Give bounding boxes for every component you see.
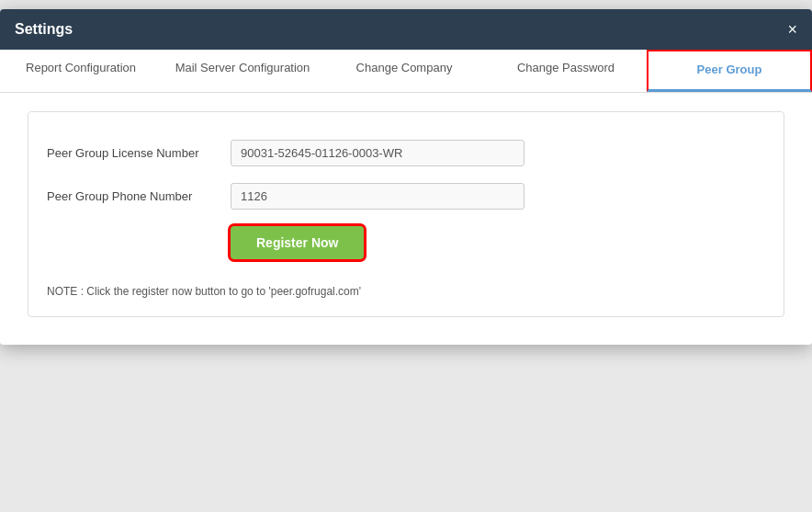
tabs-container: Report Configuration Mail Server Configu… [0, 50, 812, 93]
phone-input[interactable] [231, 183, 524, 210]
tab-report-configuration[interactable]: Report Configuration [0, 50, 162, 92]
license-label: Peer Group License Number [47, 146, 231, 160]
peer-group-content: Peer Group License Number Peer Group Pho… [28, 111, 784, 317]
note-text: NOTE : Click the register now button to … [47, 285, 765, 298]
register-row: Register Now [47, 226, 765, 276]
tab-peer-group[interactable]: Peer Group [647, 50, 812, 92]
tab-change-password[interactable]: Change Password [485, 50, 647, 92]
modal-header: Settings × [0, 9, 812, 50]
tab-change-company[interactable]: Change Company [323, 50, 485, 92]
license-input[interactable] [231, 140, 524, 166]
modal-body: Peer Group License Number Peer Group Pho… [0, 93, 812, 345]
phone-label: Peer Group Phone Number [47, 189, 231, 203]
close-button[interactable]: × [787, 21, 797, 38]
tab-mail-server-configuration[interactable]: Mail Server Configuration [162, 50, 323, 92]
phone-row: Peer Group Phone Number [47, 183, 765, 210]
modal-title: Settings [15, 21, 73, 38]
register-button[interactable]: Register Now [231, 226, 364, 259]
license-row: Peer Group License Number [47, 140, 765, 166]
settings-modal: Settings × Report Configuration Mail Ser… [0, 9, 812, 345]
